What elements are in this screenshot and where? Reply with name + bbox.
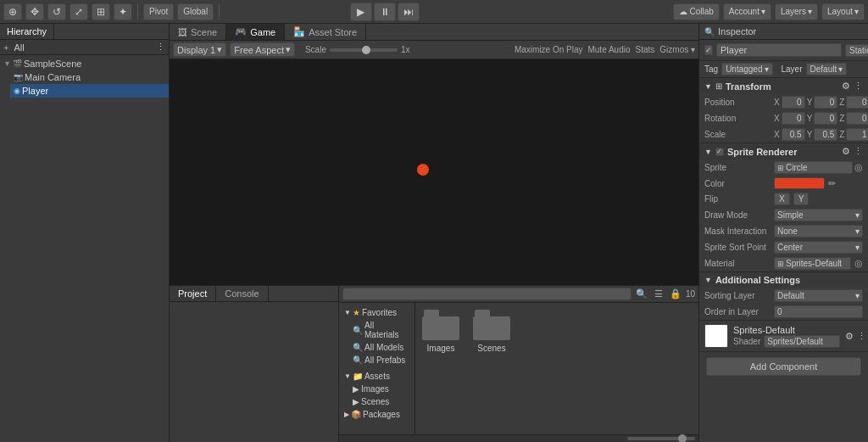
sprite-pick-icon[interactable]: ◎ <box>854 162 863 173</box>
scroll-thumb[interactable] <box>678 434 687 442</box>
sorting-layer-dropdown[interactable]: Default ▾ <box>774 289 863 302</box>
color-pick-icon[interactable]: ✏ <box>828 178 836 189</box>
sort-point-dropdown[interactable]: Center ▾ <box>774 241 863 254</box>
toolbar-icon-5[interactable]: ⊞ <box>92 3 110 20</box>
search-icon-btn[interactable]: 🔍 <box>633 288 650 300</box>
toolbar-icon-1[interactable]: ⊕ <box>3 3 22 20</box>
hierarchy-sample-scene[interactable]: ▼ 🎬 SampleScene <box>0 57 169 70</box>
step-button[interactable]: ⏭ <box>398 3 420 21</box>
scenes-asset[interactable]: Scenes <box>473 310 510 353</box>
pos-y-field[interactable]: 0 <box>814 96 837 109</box>
shader-dropdown[interactable]: Sprites/Default <box>764 335 840 348</box>
collab-button[interactable]: ☁ Collab <box>673 3 719 20</box>
console-tab[interactable]: Console <box>216 286 268 301</box>
play-button[interactable]: ▶ <box>350 3 372 21</box>
sprite-settings-icon[interactable]: ⚙ <box>842 146 850 157</box>
material-settings-icon[interactable]: ⚙ <box>845 331 854 342</box>
search-input[interactable] <box>342 288 632 300</box>
filter-icon-btn[interactable]: ☰ <box>652 288 665 300</box>
scale-text: Scale <box>305 45 326 54</box>
hierarchy-tab[interactable]: Hierarchy <box>0 24 54 39</box>
scale-z-field[interactable]: 1 <box>846 128 868 141</box>
transform-menu-icon[interactable]: ⋮ <box>854 81 863 92</box>
gizmos-btn[interactable]: Gizmos ▾ <box>659 45 695 54</box>
lock-icon-btn[interactable]: 🔒 <box>667 288 684 300</box>
hierarchy-player[interactable]: ◉ Player <box>10 84 169 98</box>
material-field[interactable]: ⊞ Sprites-Default <box>774 257 851 270</box>
display-dropdown[interactable]: Display 1 ▾ <box>173 42 226 57</box>
pivot-button[interactable]: Pivot <box>143 3 174 20</box>
sep1 <box>137 4 138 20</box>
scene-tab[interactable]: 🖼 Scene <box>170 25 226 40</box>
scale-track[interactable] <box>330 48 398 52</box>
draw-mode-dropdown[interactable]: Simple ▾ <box>774 209 863 221</box>
order-field[interactable]: 0 <box>774 305 863 318</box>
maximize-btn[interactable]: Maximize On Play <box>515 45 583 54</box>
stats-btn[interactable]: Stats <box>636 45 655 54</box>
pos-x-label: X <box>774 98 780 107</box>
add-hierarchy-icon[interactable]: + <box>3 42 8 53</box>
additional-settings-header[interactable]: ▼ Additional Settings <box>699 272 868 288</box>
images-tree-item[interactable]: ▶ Images <box>351 383 411 395</box>
mute-btn[interactable]: Mute Audio <box>587 45 630 54</box>
color-swatch[interactable] <box>774 177 825 189</box>
favorites-item[interactable]: ▼ ★ Favorites <box>342 306 411 319</box>
material-preview-section: Sprites-Default Shader Sprites/Default ⚙… <box>699 321 868 352</box>
hierarchy-main-camera[interactable]: 📷 Main Camera <box>10 70 169 84</box>
toolbar-icon-6[interactable]: ✦ <box>114 3 132 20</box>
draw-mode-row: Draw Mode Simple ▾ <box>699 207 868 223</box>
layers-button[interactable]: Layers ▾ <box>775 3 818 20</box>
material-menu-icon[interactable]: ⋮ <box>857 331 866 342</box>
hierarchy-options-icon[interactable]: ⋮ <box>156 42 165 53</box>
packages-item[interactable]: ▶ 📦 Packages <box>342 408 411 421</box>
scale-value: 1x <box>401 45 410 54</box>
material-pick-icon[interactable]: ◎ <box>854 258 863 269</box>
toolbar-icon-3[interactable]: ↺ <box>47 3 66 20</box>
mask-dropdown[interactable]: None ▾ <box>774 225 863 238</box>
all-models-item[interactable]: 🔍 All Models <box>351 341 411 354</box>
assets-item[interactable]: ▼ 📁 Assets <box>342 370 411 383</box>
all-prefabs-label: All Prefabs <box>364 355 405 365</box>
layout-button[interactable]: Layout ▾ <box>821 3 865 20</box>
sprite-enabled-checkbox[interactable]: ✓ <box>715 148 724 156</box>
asset-store-tab[interactable]: 🏪 Asset Store <box>285 24 366 40</box>
scale-x-field[interactable]: 0.5 <box>782 128 805 141</box>
add-component-button[interactable]: Add Component <box>706 357 861 376</box>
rot-x-field[interactable]: 0 <box>782 112 805 125</box>
pos-z-field[interactable]: 0 <box>846 96 868 109</box>
sprite-field[interactable]: ⊞ Circle <box>774 161 853 174</box>
transform-header[interactable]: ▼ ⊞ Transform ⚙ ⋮ <box>699 78 868 94</box>
right-toolbar: ☁ Collab Account ▾ Layers ▾ Layout ▾ <box>673 3 865 20</box>
transform-settings-icon[interactable]: ⚙ <box>842 81 850 92</box>
rot-y-field[interactable]: 0 <box>814 112 837 125</box>
flip-y-btn[interactable]: Y <box>793 193 810 205</box>
scenes-folder-icon <box>473 310 510 340</box>
scroll-track[interactable] <box>627 437 695 440</box>
account-button[interactable]: Account ▾ <box>723 3 771 20</box>
all-prefabs-item[interactable]: 🔍 All Prefabs <box>351 354 411 366</box>
global-button[interactable]: Global <box>177 3 214 20</box>
pos-x-field[interactable]: 0 <box>782 96 805 109</box>
project-tab[interactable]: Project <box>170 286 216 301</box>
pivot-label: Pivot <box>149 7 168 16</box>
flip-x-btn[interactable]: X <box>774 193 790 205</box>
rot-z-field[interactable]: 0 <box>846 112 868 125</box>
sprite-menu-icon[interactable]: ⋮ <box>854 146 863 157</box>
tag-dropdown[interactable]: Untagged ▾ <box>721 63 772 76</box>
static-badge[interactable]: Static ▾ <box>845 44 868 57</box>
all-materials-label: All Materials <box>364 321 409 339</box>
game-tab[interactable]: 🎮 Game <box>226 24 285 40</box>
images-asset[interactable]: Images <box>422 310 459 353</box>
scale-thumb[interactable] <box>362 46 370 54</box>
aspect-dropdown[interactable]: Free Aspect ▾ <box>230 42 295 57</box>
layer-dropdown[interactable]: Default ▾ <box>806 63 848 76</box>
toolbar-icon-4[interactable]: ⤢ <box>70 3 88 20</box>
sprite-renderer-header[interactable]: ▼ ✓ Sprite Renderer ⚙ ⋮ <box>699 143 868 159</box>
scenes-tree-item[interactable]: ▶ Scenes <box>351 395 411 408</box>
scale-y-field[interactable]: 0.5 <box>814 128 837 141</box>
pause-button[interactable]: ⏸ <box>374 3 396 21</box>
toolbar-icon-2[interactable]: ✥ <box>25 3 44 20</box>
object-enabled-checkbox[interactable]: ✓ <box>704 45 713 55</box>
object-name-field[interactable] <box>716 43 842 57</box>
all-materials-item[interactable]: 🔍 All Materials <box>351 319 411 341</box>
